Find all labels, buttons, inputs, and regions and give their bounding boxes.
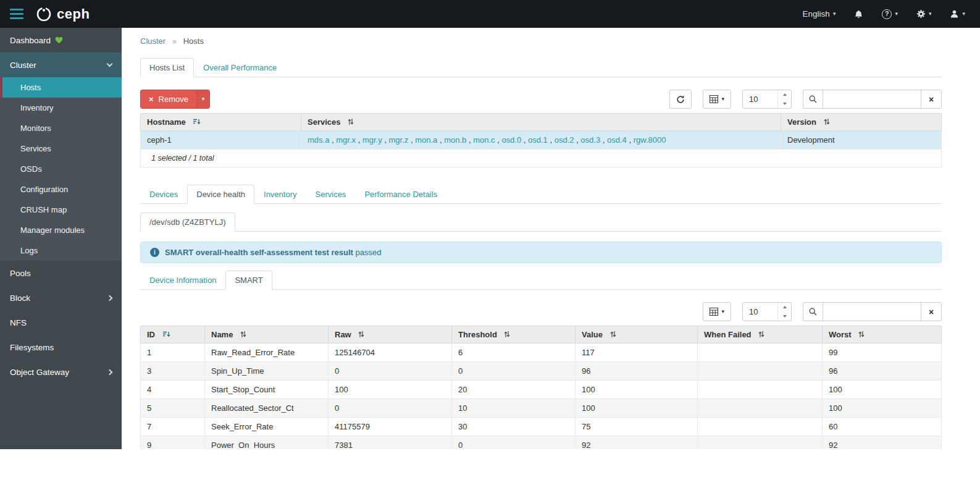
search-input[interactable] <box>823 303 921 321</box>
sidebar-item-manager-modules[interactable]: Manager modules <box>0 220 122 240</box>
sidebar-item-inventory[interactable]: Inventory <box>0 98 122 118</box>
sidebar-item-nfs[interactable]: NFS <box>0 310 122 335</box>
service-link-mon.c[interactable]: mon.c <box>473 135 495 145</box>
tab-services[interactable]: Services <box>306 185 356 204</box>
notifications-button[interactable] <box>854 9 863 19</box>
decrement-button[interactable] <box>778 99 791 109</box>
smart-table-cell: 4 <box>141 381 205 399</box>
tab-inventory[interactable]: Inventory <box>254 185 306 204</box>
column-toggle-dropdown[interactable]: ▾ <box>703 302 731 321</box>
service-link-osd.4[interactable]: osd.4 <box>607 135 627 145</box>
smart-table-row[interactable]: 5Reallocated_Sector_Ct010100100 <box>141 399 942 418</box>
service-link-rgw.8000[interactable]: rgw.8000 <box>634 135 666 145</box>
settings-dropdown[interactable]: ▾ <box>916 9 932 19</box>
column-header-raw[interactable]: Raw <box>329 326 452 344</box>
tab-device-sdb[interactable]: /dev/sdb (Z4ZBTYLJ) <box>140 213 235 232</box>
sidebar-item-dashboard[interactable]: Dashboard <box>0 28 122 53</box>
increment-button[interactable] <box>778 90 791 99</box>
smart-table-row[interactable]: 7Seek_Error_Rate41175579307560 <box>141 418 942 436</box>
sidebar-item-label: NFS <box>10 318 27 327</box>
smart-toolbar-right: ▾ <box>703 302 942 321</box>
column-header-when-failed[interactable]: When Failed <box>698 326 823 344</box>
page-size-input[interactable] <box>743 303 777 321</box>
smart-table-row[interactable]: 4Start_Stop_Count10020100100 <box>141 381 942 399</box>
service-link-osd.1[interactable]: osd.1 <box>528 135 548 145</box>
smart-table-row[interactable]: 1Raw_Read_Error_Rate125146704611799 <box>141 344 942 362</box>
bell-icon <box>854 9 863 19</box>
column-header-version[interactable]: Version <box>781 114 942 131</box>
remove-dropdown-toggle[interactable]: ▾ <box>196 90 209 108</box>
help-dropdown[interactable]: ? ▾ <box>882 9 898 19</box>
clear-icon: × <box>929 307 934 317</box>
smart-table-row[interactable]: 9Power_On_Hours738109292 <box>141 436 942 450</box>
sidebar-item-object-gateway[interactable]: Object Gateway <box>0 360 122 384</box>
column-header-name[interactable]: Name <box>205 326 329 344</box>
clear-search-button[interactable]: × <box>921 90 941 108</box>
column-label: ID <box>147 330 155 339</box>
tab-performance-details[interactable]: Performance Details <box>355 185 446 204</box>
smart-table-cell: 75 <box>576 418 698 436</box>
sidebar-item-label: Dashboard <box>10 36 51 45</box>
tab-devices[interactable]: Devices <box>140 185 187 204</box>
sidebar-item-cluster[interactable]: Cluster <box>0 53 122 77</box>
service-link-osd.3[interactable]: osd.3 <box>580 135 600 145</box>
tab-smart[interactable]: SMART <box>225 271 272 290</box>
column-toggle-dropdown[interactable]: ▾ <box>703 90 731 109</box>
host-row[interactable]: ceph-1 mds.a , mgr.x , mgr.y , mgr.z , m… <box>141 131 942 150</box>
sidebar-item-logs[interactable]: Logs <box>0 240 122 261</box>
column-header-worst[interactable]: Worst <box>823 326 942 344</box>
tab-overall-performance[interactable]: Overall Performance <box>194 58 286 77</box>
tab-hosts-list[interactable]: Hosts List <box>140 58 194 77</box>
page-size-input[interactable] <box>743 90 777 108</box>
breadcrumb: Cluster » Hosts <box>140 36 942 46</box>
breadcrumb-current: Hosts <box>183 36 204 46</box>
service-link-mon.b[interactable]: mon.b <box>444 135 466 145</box>
refresh-button[interactable] <box>669 90 692 109</box>
smart-table-row[interactable]: 3Spin_Up_Time009696 <box>141 362 942 381</box>
service-link-mds.a[interactable]: mds.a <box>308 135 329 145</box>
smart-table-cell: 100 <box>823 381 942 399</box>
language-dropdown[interactable]: English ▾ <box>803 9 836 19</box>
service-link-mgr.z[interactable]: mgr.z <box>389 135 409 145</box>
clear-search-button[interactable]: × <box>921 303 941 321</box>
service-link-osd.0[interactable]: osd.0 <box>501 135 521 145</box>
sidebar-item-crush-map[interactable]: CRUSH map <box>0 200 122 220</box>
caret-down-icon: ▾ <box>929 11 932 17</box>
device-tabs: /dev/sdb (Z4ZBTYLJ) <box>140 213 942 232</box>
menu-toggle-button[interactable] <box>9 6 25 22</box>
column-header-hostname[interactable]: Hostname <box>141 114 301 131</box>
column-header-threshold[interactable]: Threshold <box>452 326 576 344</box>
sidebar-item-monitors[interactable]: Monitors <box>0 118 122 138</box>
search-input[interactable] <box>823 90 921 108</box>
sidebar-item-filesystems[interactable]: Filesystems <box>0 335 122 360</box>
sidebar-item-block[interactable]: Block <box>0 285 122 310</box>
chevron-right-icon <box>107 369 113 375</box>
decrement-button[interactable] <box>778 312 791 321</box>
sort-icon <box>824 118 830 125</box>
tab-device-information[interactable]: Device Information <box>140 271 225 290</box>
search-control: × <box>803 90 942 109</box>
service-link-mgr.x[interactable]: mgr.x <box>336 135 356 145</box>
service-link-osd.2[interactable]: osd.2 <box>555 135 574 145</box>
service-link-mon.a[interactable]: mon.a <box>415 135 437 145</box>
increment-button[interactable] <box>778 303 791 312</box>
smart-table-cell: 100 <box>576 399 698 418</box>
sidebar-item-services[interactable]: Services <box>0 138 122 159</box>
remove-button[interactable]: × Remove <box>141 90 196 108</box>
breadcrumb-link-cluster[interactable]: Cluster <box>140 36 165 46</box>
sidebar-item-osds[interactable]: OSDs <box>0 159 122 179</box>
alert-text-value: passed <box>356 248 382 257</box>
sidebar-item-hosts[interactable]: Hosts <box>0 77 122 98</box>
column-header-value[interactable]: Value <box>576 326 698 344</box>
sidebar-item-configuration[interactable]: Configuration <box>0 179 122 200</box>
version-cell: Development <box>781 131 942 150</box>
column-header-services[interactable]: Services <box>301 114 781 131</box>
smart-table-cell: 92 <box>823 436 942 450</box>
service-link-mgr.y[interactable]: mgr.y <box>362 135 382 145</box>
column-header-id[interactable]: ID <box>141 326 205 344</box>
smart-table-cell <box>698 344 823 362</box>
tab-device-health[interactable]: Device health <box>187 185 254 204</box>
sidebar-item-pools[interactable]: Pools <box>0 261 122 285</box>
chevron-down-icon <box>107 61 113 67</box>
user-dropdown[interactable]: ▾ <box>950 9 965 19</box>
